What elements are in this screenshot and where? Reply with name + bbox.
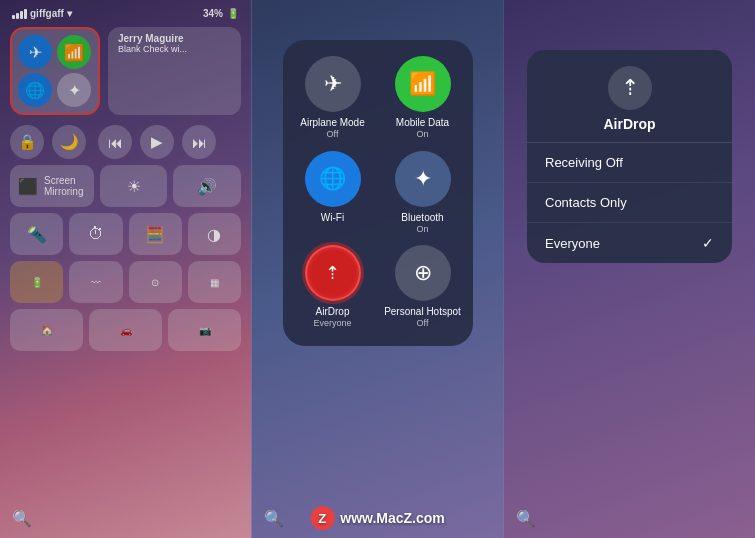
- airdrop-option-label-1: Contacts Only: [545, 195, 627, 210]
- magnifier-button-p3[interactable]: 🔍: [516, 509, 743, 528]
- panel-airdrop-selection: ✈ Airplane Mode Off 📶 Mobile Data On 🌐 W…: [251, 0, 504, 538]
- airdrop-option-contacts-only[interactable]: Contacts Only: [527, 183, 732, 223]
- cc-popup: ✈ Airplane Mode Off 📶 Mobile Data On 🌐 W…: [283, 40, 473, 346]
- airdrop-context-menu: ⇡ AirDrop Receiving Off Contacts Only Ev…: [527, 50, 732, 263]
- airdrop-option-everyone[interactable]: Everyone ✓: [527, 223, 732, 263]
- cc-hotspot-button[interactable]: ⊕: [395, 245, 451, 301]
- cc-cell-bluetooth: ✦ Bluetooth On: [383, 151, 463, 236]
- cc-cell-airplane: ✈ Airplane Mode Off: [293, 56, 373, 141]
- cc-cell-airdrop: ⇡ AirDrop Everyone: [293, 245, 373, 330]
- airdrop-check-icon: ✓: [702, 235, 714, 251]
- cc-bluetooth-label: Bluetooth On: [401, 211, 443, 236]
- panel-airdrop-menu: ⇡ AirDrop Receiving Off Contacts Only Ev…: [504, 0, 755, 538]
- airdrop-header-icon: ⇡: [608, 66, 652, 110]
- airdrop-title: AirDrop: [603, 116, 655, 132]
- cc-airdrop-button[interactable]: ⇡: [305, 245, 361, 301]
- airdrop-menu-header: ⇡ AirDrop: [527, 50, 732, 143]
- cc-mobile-label: Mobile Data On: [396, 116, 449, 141]
- airdrop-option-label-2: Everyone: [545, 236, 600, 251]
- airdrop-option-receiving-off[interactable]: Receiving Off: [527, 143, 732, 183]
- cc-hotspot-label: Personal Hotspot Off: [384, 305, 461, 330]
- cc-wifi-label: Wi-Fi: [321, 211, 344, 224]
- panel-ios-control-center: giffgaff ▾ 34% 🔋 ✈ 📶 🌐 ✦ Jerry Maguire B…: [0, 0, 251, 538]
- notif-subtitle: Blank Check wi...: [118, 44, 231, 54]
- cc-cell-wifi: 🌐 Wi-Fi: [293, 151, 373, 236]
- airdrop-option-label-0: Receiving Off: [545, 155, 623, 170]
- cc-mobile-data-button[interactable]: 📶: [395, 56, 451, 112]
- cc-grid: ✈ Airplane Mode Off 📶 Mobile Data On 🌐 W…: [293, 56, 463, 330]
- cc-cell-mobile: 📶 Mobile Data On: [383, 56, 463, 141]
- cc-airdrop-label: AirDrop Everyone: [313, 305, 351, 330]
- magnifier-button-p1[interactable]: 🔍: [12, 509, 32, 528]
- cc-airplane-label: Airplane Mode Off: [300, 116, 364, 141]
- cc-airplane-mode-button[interactable]: ✈: [305, 56, 361, 112]
- cc-bluetooth-button[interactable]: ✦: [395, 151, 451, 207]
- cc-wifi-button[interactable]: 🌐: [305, 151, 361, 207]
- cc-cell-hotspot: ⊕ Personal Hotspot Off: [383, 245, 463, 330]
- magnifier-button-p2[interactable]: 🔍: [264, 509, 284, 528]
